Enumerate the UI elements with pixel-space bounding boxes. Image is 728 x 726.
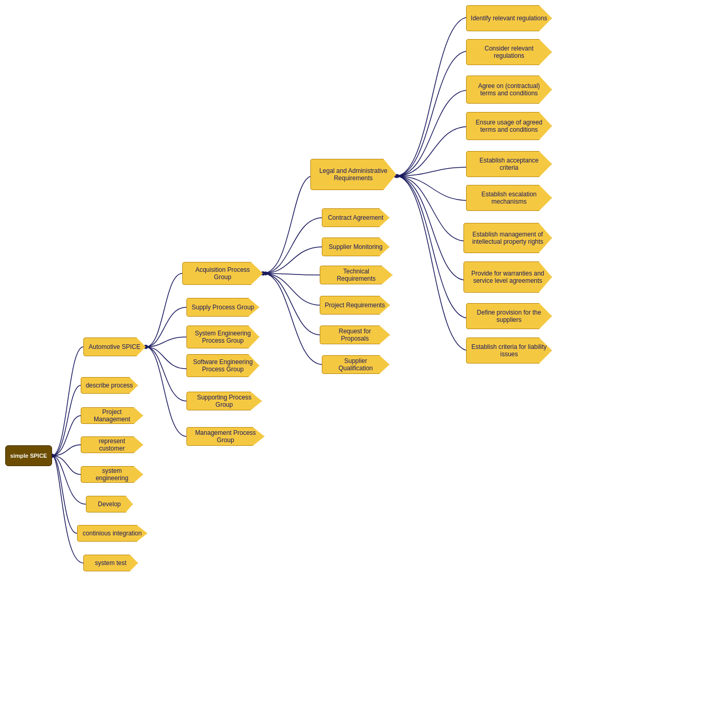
identify-regs-label: Identify relevant regulations <box>471 15 547 22</box>
consider-regs-node: Consider relevant regulations <box>466 39 552 65</box>
ensure-usage-node: Ensure usage of agreed terms and conditi… <box>466 112 552 140</box>
acquisition-pg-node: Acquisition Process Group <box>182 262 263 285</box>
ensure-usage-label: Ensure usage of agreed terms and conditi… <box>471 119 547 133</box>
develop-label: Develop <box>98 500 121 508</box>
project-mgmt-label: Project Management <box>85 408 139 423</box>
system-eng-pg-node: System Engineering Process Group <box>186 326 259 348</box>
supplier-monitoring-label: Supplier Monitoring <box>329 243 382 251</box>
establish-escalation-label: Establish escalation mechanisms <box>471 191 547 205</box>
establish-acceptance-label: Establish acceptance criteria <box>471 157 547 171</box>
describe-label: describe process <box>86 382 133 389</box>
system-engineering-label: system engineering <box>85 467 139 482</box>
root-node: simple SPICE <box>5 445 52 466</box>
project-req-label: Project Requirements <box>325 302 385 309</box>
software-eng-pg-node: Software Engineering Process Group <box>186 354 259 377</box>
supporting-pg-node: Supporting Process Group <box>186 392 262 410</box>
establish-mgmt-label: Establish management of intellectual pro… <box>468 231 547 245</box>
technical-req-node: Technical Requirements <box>320 266 393 284</box>
contract-agreement-node: Contract Agreement <box>322 208 390 227</box>
software-eng-pg-label: Software Engineering Process Group <box>191 358 255 373</box>
agree-terms-label: Agree on (contractual) terms and conditi… <box>471 82 547 97</box>
represent-customer-label: represent customer <box>85 437 139 452</box>
define-provision-label: Define provision for the suppliers <box>471 309 547 323</box>
represent-customer-node: represent customer <box>81 436 143 453</box>
consider-regs-label: Consider relevant regulations <box>471 45 547 59</box>
supplier-monitoring-node: Supplier Monitoring <box>322 237 390 256</box>
continious-integration-label: continious integration <box>83 530 142 537</box>
define-provision-node: Define provision for the suppliers <box>466 303 552 329</box>
identify-regs-node: Identify relevant regulations <box>466 5 552 31</box>
contract-agreement-label: Contract Agreement <box>328 214 384 221</box>
provide-warranties-label: Provide for warranties and service level… <box>468 270 547 284</box>
request-proposals-node: Request for Proposals <box>320 326 390 344</box>
legal-admin-node: Legal and Administrative Requirements <box>310 159 396 190</box>
system-test-node: system test <box>83 555 138 571</box>
establish-mgmt-node: Establish management of intellectual pro… <box>463 223 552 253</box>
management-pg-node: Management Process Group <box>186 427 265 446</box>
request-proposals-label: Request for Proposals <box>324 328 385 342</box>
supply-pg-node: Supply Process Group <box>186 298 259 317</box>
legal-admin-label: Legal and Administrative Requirements <box>315 167 392 182</box>
acquisition-pg-label: Acquisition Process Group <box>187 266 258 281</box>
automotive-node: Automotive SPICE <box>83 337 146 356</box>
develop-node: Develop <box>86 496 133 512</box>
establish-criteria-label: Establish criteria for liability issues <box>471 343 547 358</box>
supply-pg-label: Supply Process Group <box>192 304 254 311</box>
establish-escalation-node: Establish escalation mechanisms <box>466 185 552 211</box>
system-engineering-node: system engineering <box>81 466 143 483</box>
automotive-label: Automotive SPICE <box>89 343 140 351</box>
continious-integration-node: continious integration <box>77 525 147 542</box>
supplier-qualification-node: Supplier Qualification <box>322 355 390 374</box>
project-mgmt-node: Project Management <box>81 407 143 424</box>
supplier-qualification-label: Supplier Qualification <box>327 357 385 372</box>
establish-criteria-node: Establish criteria for liability issues <box>466 337 552 364</box>
project-req-node: Project Requirements <box>320 296 390 315</box>
management-pg-label: Management Process Group <box>191 429 260 444</box>
agree-terms-node: Agree on (contractual) terms and conditi… <box>466 76 552 104</box>
system-test-label: system test <box>95 559 127 567</box>
technical-req-label: Technical Requirements <box>324 268 388 282</box>
system-eng-pg-label: System Engineering Process Group <box>191 330 255 344</box>
root-label: simple SPICE <box>10 453 47 459</box>
establish-acceptance-node: Establish acceptance criteria <box>466 151 552 177</box>
provide-warranties-node: Provide for warranties and service level… <box>463 261 552 293</box>
describe-node: describe process <box>81 377 138 394</box>
supporting-pg-label: Supporting Process Group <box>191 394 257 408</box>
